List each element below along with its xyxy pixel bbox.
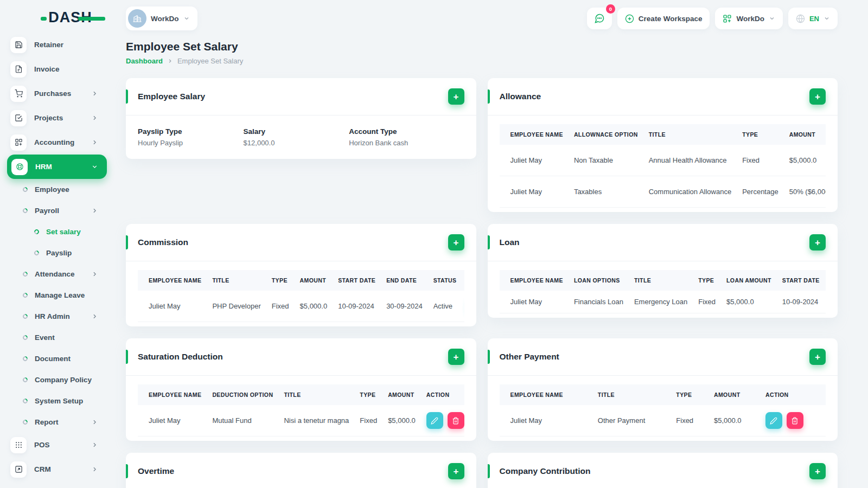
sidebar-item-retainer[interactable]: Retainer xyxy=(7,33,107,57)
sidebar-item-label: Retainer xyxy=(34,41,63,49)
field-value: Hourly Payslip xyxy=(138,139,238,147)
bullet-icon xyxy=(33,228,40,235)
sidebar-item-hr-admin[interactable]: HR Admin xyxy=(7,306,107,327)
sidebar-item-label: Employee xyxy=(35,185,69,194)
sidebar-item-invoice[interactable]: Invoice xyxy=(7,57,107,81)
delete-button[interactable] xyxy=(787,412,803,429)
messages-button[interactable]: 0 xyxy=(587,8,612,29)
add-company-contribution-button[interactable]: + xyxy=(809,463,826,479)
cell: Fixed xyxy=(354,405,382,436)
commission-table: EMPLOYEE NAMETITLETYPEAMOUNTSTART DATEEN… xyxy=(138,270,464,322)
cell-actions xyxy=(462,291,464,322)
chevron-down-icon xyxy=(769,15,775,22)
sidebar-item-accounting[interactable]: Accounting xyxy=(7,130,107,155)
sidebar-item-set-salary[interactable]: Set salary xyxy=(7,221,107,242)
language-selector[interactable]: EN xyxy=(788,8,838,29)
add-overtime-button[interactable]: + xyxy=(448,463,464,479)
cell: Juliet May xyxy=(500,291,569,313)
add-saturation-deduction-button[interactable]: + xyxy=(448,349,464,365)
saturation-deduction-table: EMPLOYEE NAMEDEDUCTION OPTIONTITLETYPEAM… xyxy=(138,384,464,436)
bullet-icon xyxy=(22,186,29,193)
sidebar-item-projects[interactable]: Projects xyxy=(7,106,107,130)
column-header: EMPLOYEE NAME xyxy=(500,270,569,291)
edit-button[interactable] xyxy=(765,412,782,429)
delete-button[interactable] xyxy=(448,412,464,429)
sidebar-item-label: Report xyxy=(35,418,59,426)
sidebar-item-manage-leave[interactable]: Manage Leave xyxy=(7,285,107,306)
workspace-switcher[interactable]: WorkDo xyxy=(126,7,197,30)
cell: Active xyxy=(428,291,462,322)
sidebar-item-label: Manage Leave xyxy=(35,291,85,299)
chevron-right-icon xyxy=(91,419,98,426)
chevron-down-icon xyxy=(91,163,98,170)
card-other-payment: Other Payment + EMPLOYEE NAMETITLETYPEAM… xyxy=(488,338,838,441)
create-workspace-button[interactable]: Create Workspace xyxy=(617,8,710,29)
card-loan: Loan + EMPLOYEE NAMELOAN OPTIONSTITLETYP… xyxy=(488,224,838,318)
sidebar-item-crm[interactable]: CRM xyxy=(7,457,107,481)
sidebar-item-payslip[interactable]: Payslip xyxy=(7,242,107,264)
sidebar-item-hrm[interactable]: HRM xyxy=(7,155,107,179)
cell: Emergency Loan xyxy=(629,291,693,313)
sidebar-item-label: Set salary xyxy=(46,228,81,236)
sidebar-item-report[interactable]: Report xyxy=(7,412,107,433)
chat-bubble-icon xyxy=(594,13,605,24)
chevron-right-icon xyxy=(91,90,98,97)
allowance-table: EMPLOYEE NAMEALLOWNACE OPTIONTITLETYPEAM… xyxy=(500,124,826,208)
app-logo: DASH xyxy=(41,9,92,26)
create-workspace-label: Create Workspace xyxy=(639,15,703,23)
sidebar-item-label: HRM xyxy=(35,163,52,171)
field-label: Salary xyxy=(244,127,344,136)
cell: Communication Allowance xyxy=(643,176,737,208)
sidebar-item-employee[interactable]: Employee xyxy=(7,179,107,200)
sidebar-item-label: POS xyxy=(34,441,50,449)
pos-icon xyxy=(10,437,27,453)
table-row: Juliet MayFinancials LoanEmergency LoanF… xyxy=(500,291,826,313)
add-employee-salary-button[interactable]: + xyxy=(448,88,464,105)
sidebar-item-payroll[interactable]: Payroll xyxy=(7,200,107,221)
cell: 50% ($6,000.0) xyxy=(784,176,826,208)
workdo-menu-button[interactable]: WorkDo xyxy=(715,8,783,29)
chevron-right-icon xyxy=(91,271,98,278)
add-allowance-button[interactable]: + xyxy=(809,88,826,105)
sidebar-item-pos[interactable]: POS xyxy=(7,433,107,457)
table-row: Juliet MayMutual FundNisi a tenetur magn… xyxy=(138,405,464,436)
sidebar-item-label: HR Admin xyxy=(35,312,70,320)
bullet-icon xyxy=(22,419,29,426)
edit-button[interactable] xyxy=(426,412,443,429)
add-loan-button[interactable]: + xyxy=(809,234,826,251)
column-header: ACTION xyxy=(760,384,826,405)
sidebar-item-system-setup[interactable]: System Setup xyxy=(7,390,107,412)
bullet-icon xyxy=(22,292,29,299)
cell: 10-09-2024 xyxy=(333,291,381,322)
breadcrumb-current: Employee Set Salary xyxy=(177,57,243,65)
field-payslip-type: Payslip Type Hourly Payslip xyxy=(138,127,238,147)
cell: 30-09-2024 xyxy=(825,291,826,313)
loan-table: EMPLOYEE NAMELOAN OPTIONSTITLETYPELOAN A… xyxy=(500,270,826,313)
bullet-icon xyxy=(22,207,29,214)
field-salary: Salary $12,000.0 xyxy=(244,127,344,147)
column-header: DEDUCTION OPTION xyxy=(207,384,278,405)
sidebar-item-label: Event xyxy=(35,333,55,342)
column-header: ACTION xyxy=(421,384,464,405)
sidebar-item-event[interactable]: Event xyxy=(7,327,107,348)
sidebar-item-purchases[interactable]: Purchases xyxy=(7,81,107,106)
sidebar-item-document[interactable]: Document xyxy=(7,348,107,369)
cell: Juliet May xyxy=(500,145,569,176)
sidebar-item-attendance[interactable]: Attendance xyxy=(7,264,107,285)
breadcrumb-dashboard-link[interactable]: Dashboard xyxy=(126,57,163,65)
cell: Annual Health Allowance xyxy=(643,145,737,176)
crm-icon xyxy=(10,461,27,478)
cell: PHP Developer xyxy=(207,291,266,322)
cell: Fixed xyxy=(266,291,295,322)
add-other-payment-button[interactable]: + xyxy=(809,349,826,365)
column-header: TYPE xyxy=(671,384,709,405)
bullet-icon xyxy=(22,271,29,278)
field-label: Account Type xyxy=(349,127,464,136)
sidebar-item-label: CRM xyxy=(34,465,51,473)
column-header: LOAN AMOUNT xyxy=(721,270,777,291)
sidebar-item-company-policy[interactable]: Company Policy xyxy=(7,369,107,390)
plus-circle-icon xyxy=(625,14,634,23)
add-commission-button[interactable]: + xyxy=(448,234,464,251)
cell: Non Taxable xyxy=(569,145,643,176)
cell: Financials Loan xyxy=(569,291,629,313)
